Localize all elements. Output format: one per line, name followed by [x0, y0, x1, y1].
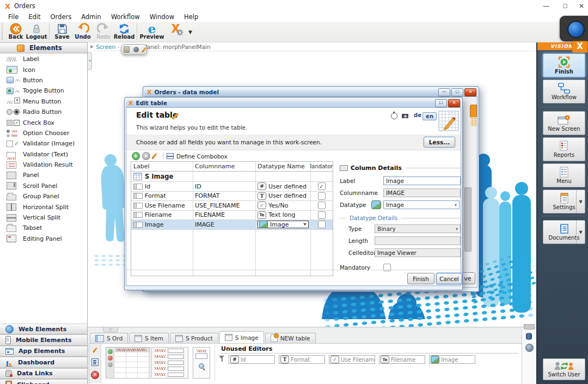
accordion-app-elements[interactable]: App Elements [0, 346, 87, 357]
data-model-titlebar[interactable]: X Orders - data model — ☐ ✕ [144, 88, 477, 96]
tab-new-table[interactable]: NEW table [265, 333, 316, 343]
menu-window[interactable]: Window [145, 13, 179, 21]
vision-new-screen-button[interactable]: New Screen [543, 111, 585, 135]
dialog-maximize-button[interactable]: ☐ [435, 99, 447, 107]
palette-item-editing-panel[interactable]: Editing Panel [0, 234, 87, 244]
mini-scrollbar[interactable] [524, 324, 535, 330]
close-button[interactable]: ✕ [573, 0, 588, 12]
window-minimize-button[interactable]: — [438, 88, 450, 96]
menu-admin[interactable]: Admin [76, 13, 106, 21]
table-row-id[interactable]: IdIDUser defined✓ [131, 182, 333, 192]
tab-s-image[interactable]: S Image [219, 331, 264, 343]
editor-chip-id[interactable]: Id [229, 355, 275, 364]
dialog-close-button[interactable]: ✕ [448, 99, 460, 107]
table-row-filename[interactable]: FilenameFILENAMEText long [131, 211, 333, 221]
label-input[interactable] [383, 176, 461, 185]
tab-s-product[interactable]: S Product [170, 333, 218, 343]
table-row-use-filename[interactable]: Use FilenameUSE_FILENAMEYes/No [131, 201, 333, 211]
palette-item-validator-image[interactable]: Validator (Image) [0, 138, 87, 149]
column-header-mandatory[interactable]: Mandatory [310, 162, 333, 171]
mandatory-checkbox[interactable] [318, 202, 326, 209]
accordion-web-elements[interactable]: Web Elements [0, 324, 87, 334]
accordion-clipboard[interactable]: Clipboard [0, 379, 87, 384]
settings-dropdown-caret[interactable]: ▼ [576, 190, 585, 213]
accordion-dashboard[interactable]: Dashboard [0, 357, 87, 368]
vision-settings-button[interactable]: Settings ▼ [543, 190, 585, 214]
palette-item-label[interactable]: Label [0, 54, 87, 64]
edit-table-dialog[interactable]: X Edit table ☐ ✕ Edit table This wizard … [124, 97, 463, 290]
edit-icon[interactable] [93, 347, 97, 352]
add-field-icon[interactable]: + [132, 152, 140, 160]
vision-finish-button[interactable]: Finish [543, 53, 585, 77]
palette-item-button[interactable]: Button [0, 75, 87, 86]
edit-table-titlebar[interactable]: X Edit table ☐ ✕ [126, 99, 461, 107]
table-group-row[interactable]: S Image [131, 172, 333, 182]
cancel-button[interactable]: Cancel [436, 273, 462, 284]
palette-item-validator-text[interactable]: Validator (Text) [0, 149, 87, 160]
finish-button[interactable]: Finish [407, 273, 434, 284]
redo-button[interactable]: Redo [93, 22, 114, 40]
logout-button[interactable]: Logout [26, 22, 47, 40]
trash-icon[interactable] [124, 46, 130, 53]
delete-icon[interactable]: ✕ [91, 371, 99, 379]
palette-item-group-panel[interactable]: Group Panel [0, 191, 87, 202]
stopwatch-icon[interactable] [391, 113, 397, 119]
palette-item-check-box[interactable]: Check Box [0, 117, 87, 127]
remove-field-icon[interactable]: ✕ [142, 152, 150, 160]
vision-documents-button[interactable]: Documents ▼ [543, 220, 585, 244]
breadcrumb-root[interactable]: Screen [96, 44, 115, 50]
tab-s-ord[interactable]: S Ord [90, 333, 128, 343]
maximize-button[interactable]: ☐ [557, 0, 573, 12]
table-row-image[interactable]: ImageIMAGEImage [131, 220, 333, 230]
table-row-format[interactable]: FormatFORMATUser defined [131, 192, 333, 202]
switch-user-button[interactable]: Switch User [543, 358, 585, 380]
mandatory-checkbox[interactable] [318, 192, 326, 200]
camera-icon[interactable] [402, 114, 408, 118]
panel-collapse-icon[interactable] [340, 165, 348, 171]
palette-item-menu-button[interactable]: Menu Button [0, 96, 87, 107]
editor-chip-use-filename[interactable]: Use Filename [329, 355, 375, 364]
column-header-columnname[interactable]: Columnname [193, 162, 255, 171]
undo-button[interactable]: Undo [72, 22, 93, 40]
table-widget-thumbnail[interactable] [106, 347, 150, 379]
menu-help[interactable]: Help [179, 13, 203, 21]
palette-item-option-chooser[interactable]: Option Chooser [0, 128, 87, 138]
database-icon[interactable] [526, 333, 532, 340]
window-close-button[interactable]: ✕ [464, 88, 476, 96]
palette-item-tabset[interactable]: Tabset [0, 223, 87, 233]
palette-item-radio-button[interactable]: Radio Button [0, 107, 87, 117]
floating-assistant-widget[interactable] [560, 16, 588, 41]
form-widget-thumbnail[interactable] [151, 347, 188, 379]
palette-item-vertical-split[interactable]: Vertical Split [0, 212, 87, 223]
datatype-combobox[interactable]: Image [258, 221, 309, 228]
filter-funnel-icon[interactable] [219, 356, 225, 362]
column-header-datatype[interactable]: Datatype Name [255, 162, 310, 171]
toolbar-dropdown-caret[interactable]: ▼ [188, 29, 192, 35]
menu-orders[interactable]: Orders [46, 13, 77, 21]
accordion-mobile-elements[interactable]: Mobile Elements [0, 334, 87, 345]
preview-button[interactable]: e Preview [139, 22, 164, 40]
editor-chip-format[interactable]: Format [279, 355, 325, 364]
tab-s-item[interactable]: S Item [129, 333, 169, 343]
datatype-select[interactable]: Image▾ [383, 200, 460, 209]
column-header-label[interactable]: Label [131, 162, 193, 171]
menu-file[interactable]: File [3, 13, 23, 21]
sphere-icon[interactable] [133, 47, 139, 52]
minimize-button[interactable]: — [538, 0, 554, 12]
menu-edit[interactable]: Edit [23, 13, 45, 21]
visionx-logo-button[interactable]: X [164, 22, 186, 35]
language-en-button[interactable]: en [422, 112, 437, 120]
vision-workflow-button[interactable]: Workflow [543, 80, 585, 103]
menu-workflow[interactable]: Workflow [106, 13, 145, 21]
less-button[interactable]: Less... [424, 137, 455, 148]
edit-field-icon[interactable] [151, 153, 157, 160]
back-button[interactable]: Back [5, 22, 26, 40]
palette-item-toggle-button[interactable]: Toggle Button [0, 86, 87, 96]
pencil-icon[interactable] [142, 47, 146, 52]
language-de-button[interactable]: de [414, 112, 421, 118]
palette-item-panel[interactable]: Panel [0, 170, 87, 180]
window-maximize-button[interactable]: ☐ [451, 88, 463, 96]
notebook-icon[interactable] [91, 358, 99, 366]
scrollbar-thumb[interactable] [464, 187, 471, 252]
palette-item-validation-result[interactable]: Validation Result [0, 160, 87, 170]
